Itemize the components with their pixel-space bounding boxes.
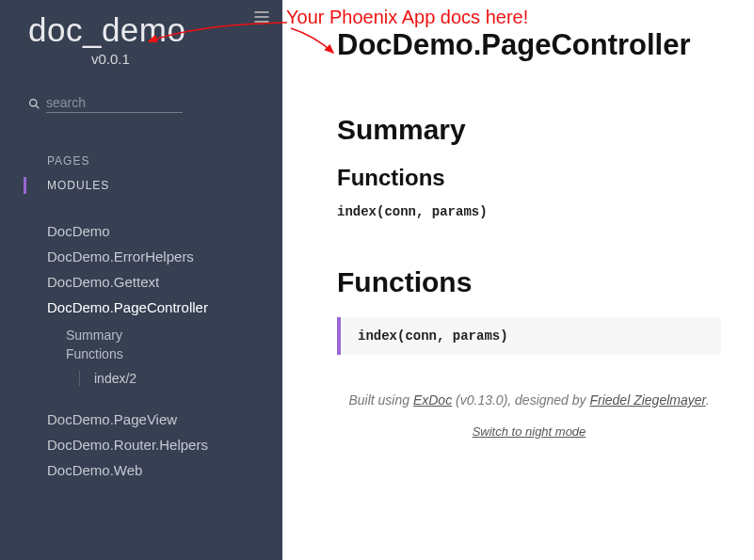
svg-line-4 — [36, 105, 39, 108]
footer: Built using ExDoc (v0.13.0), designed by… — [337, 392, 721, 408]
module-list: DocDemo DocDemo.ErrorHelpers DocDemo.Get… — [47, 218, 282, 483]
functions-subheading: Functions — [337, 165, 721, 191]
footer-text: (v0.13.0), designed by — [452, 392, 589, 408]
designer-link[interactable]: Friedel Ziegelmayer — [589, 392, 705, 408]
module-sublist: Summary Functions index/2 — [66, 326, 282, 388]
sidebar: doc_demo v0.0.1 PAGES MODULES DocDemo Do… — [0, 0, 282, 560]
page-title: DocDemo.PageController — [337, 28, 721, 62]
function-list: index/2 — [79, 369, 282, 388]
sub-functions[interactable]: Functions — [66, 344, 282, 363]
search-input[interactable] — [46, 93, 183, 113]
module-item[interactable]: DocDemo.Router.Helpers — [47, 432, 282, 457]
summary-heading: Summary — [337, 114, 721, 146]
function-signature[interactable]: index(conn, params) — [337, 204, 721, 219]
module-item[interactable]: DocDemo.PageView — [47, 407, 282, 432]
project-title[interactable]: doc_demo — [0, 11, 282, 49]
functions-heading: Functions — [337, 266, 721, 298]
module-item-active[interactable]: DocDemo.PageController — [47, 295, 282, 320]
footer-text: Built using — [348, 392, 412, 408]
hamburger-icon[interactable] — [252, 8, 271, 26]
main-content: DocDemo.PageController Summary Functions… — [282, 0, 754, 560]
project-version: v0.0.1 — [63, 49, 282, 67]
module-item[interactable]: DocDemo — [47, 218, 282, 244]
module-item[interactable]: DocDemo.Gettext — [47, 269, 282, 295]
exdoc-link[interactable]: ExDoc — [413, 392, 452, 408]
search-icon — [28, 97, 40, 109]
sub-summary[interactable]: Summary — [66, 326, 282, 344]
footer-text: . — [706, 392, 710, 408]
night-mode-link[interactable]: Switch to night mode — [337, 424, 721, 439]
tab-pages[interactable]: PAGES — [28, 149, 282, 173]
tab-modules[interactable]: MODULES — [28, 173, 282, 198]
svg-point-3 — [30, 100, 37, 106]
function-item[interactable]: index/2 — [94, 369, 282, 388]
module-item[interactable]: DocDemo.ErrorHelpers — [47, 244, 282, 269]
nav-tabs: PAGES MODULES — [28, 149, 282, 198]
module-item[interactable]: DocDemo.Web — [47, 457, 282, 483]
function-block: index(conn, params) — [337, 317, 721, 355]
